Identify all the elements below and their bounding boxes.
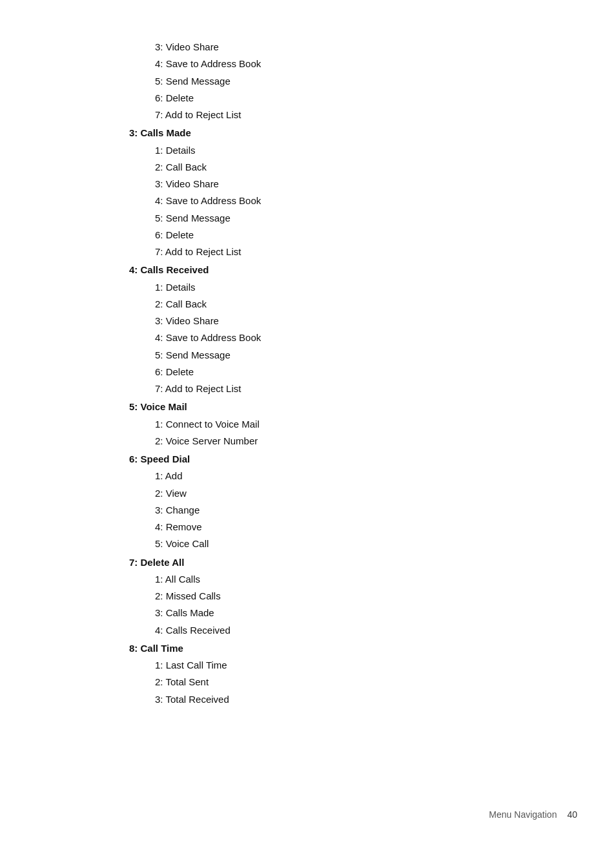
list-item: 7: Add to Reject List [129,107,577,123]
list-item: 3: Change [129,502,577,519]
list-item: 2: Missed Calls [129,588,577,605]
list-item: 6: Speed Dial [129,451,577,468]
list-item: 1: Connect to Voice Mail [129,416,577,433]
list-item: 4: Save to Address Book [129,56,577,72]
list-item: 2: Call Back [129,159,577,176]
list-item: 4: Remove [129,519,577,535]
list-item: 7: Add to Reject List [129,244,577,260]
list-item: 3: Calls Made [129,605,577,621]
list-item: 5: Send Message [129,347,577,364]
list-item: 3: Video Share [129,176,577,192]
list-item: 7: Delete All [129,554,577,571]
page-footer: Menu Navigation 40 [489,809,577,820]
footer-label: Menu Navigation [489,809,557,820]
list-item: 6: Delete [129,90,577,107]
list-item: 5: Send Message [129,73,577,90]
list-item: 4: Save to Address Book [129,192,577,209]
list-item: 8: Call Time [129,640,577,657]
list-item: 6: Delete [129,227,577,244]
list-item: 5: Send Message [129,210,577,227]
list-item: 2: Total Sent [129,674,577,691]
menu-list: 3: Video Share 4: Save to Address Book 5… [129,39,577,708]
list-item: 1: Add [129,468,577,484]
list-item: 2: Voice Server Number [129,433,577,450]
list-item: 3: Calls Made [129,125,577,141]
list-item: 1: Details [129,279,577,296]
list-item: 5: Voice Mail [129,399,577,415]
list-item: 7: Add to Reject List [129,380,577,397]
footer-page: 40 [567,809,577,820]
list-item: 6: Delete [129,364,577,380]
list-item: 2: View [129,485,577,502]
list-item: 4: Calls Received [129,622,577,639]
page-content: 3: Video Share 4: Save to Address Book 5… [0,0,616,747]
list-item: 5: Voice Call [129,535,577,552]
list-item: 1: All Calls [129,571,577,588]
list-item: 1: Details [129,142,577,159]
list-item: 1: Last Call Time [129,657,577,674]
list-item: 3: Video Share [129,39,577,56]
list-item: 4: Save to Address Book [129,329,577,346]
list-item: 3: Video Share [129,313,577,329]
list-item: 4: Calls Received [129,262,577,278]
list-item: 3: Total Received [129,691,577,708]
list-item: 2: Call Back [129,296,577,313]
